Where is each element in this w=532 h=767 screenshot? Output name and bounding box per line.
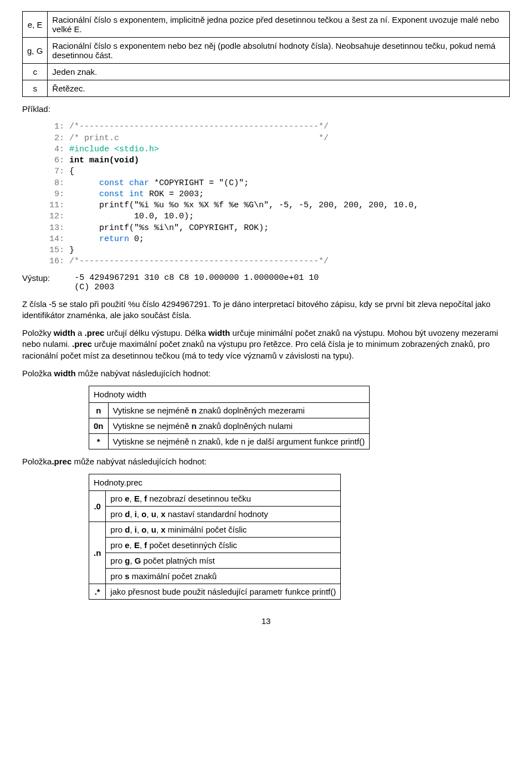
- text: pro: [110, 494, 125, 503]
- text-bold: u: [151, 525, 156, 534]
- table-row: e, E Racionální číslo s exponentem, impl…: [23, 12, 510, 38]
- code-block: 1: /*-----------------------------------…: [44, 121, 510, 267]
- text-bold: .*: [95, 587, 100, 596]
- output-block: Výstup: -5 4294967291 310 c8 C8 10.00000…: [22, 273, 510, 292]
- text-bold: width: [54, 369, 76, 378]
- table-row: s Řetězec.: [23, 80, 510, 97]
- spec-desc: Racionální číslo s exponentem, implicitn…: [48, 12, 510, 38]
- text-bold: d: [125, 509, 130, 519]
- code-keyword: const char: [64, 178, 149, 188]
- line-number: 2:: [44, 134, 64, 143]
- code-string: "%i %u %o %x %X %f %e %G\n": [134, 201, 269, 210]
- text: může nabývat následujících hodnot:: [76, 369, 211, 378]
- code-text: printf(: [64, 223, 134, 233]
- text: ,: [146, 525, 151, 534]
- table-row: pro d, i, o, u, x nastaví standardní hod…: [89, 507, 341, 522]
- text-bold: x: [161, 509, 165, 519]
- table-row: * Vytiskne se nejméně n znaků, kde n je …: [89, 434, 370, 449]
- code-text: printf(: [64, 201, 134, 210]
- text: určují délku výstupu. Délka: [104, 328, 208, 338]
- text-bold: .prec: [72, 339, 92, 349]
- table-row: c Jeden znak.: [23, 64, 510, 80]
- code-text: 10.0, 10.0);: [64, 212, 194, 221]
- format-specifier-table: e, E Racionální číslo s exponentem, impl…: [22, 11, 510, 97]
- table-row: pro s maximální počet znaků: [89, 569, 341, 584]
- code-string: "%s %i\n": [134, 223, 179, 233]
- table-row: pro e, E, f počet desetinných číslic: [89, 538, 341, 553]
- paragraph: Položka width může nabývat následujících…: [22, 368, 510, 379]
- spec-key: s: [23, 80, 48, 97]
- width-desc: Vytiskne se nejméně n znaků doplněných n…: [108, 418, 370, 434]
- code-text: main(: [84, 156, 114, 165]
- text: určuje maximální počet znaků na výstupu …: [22, 339, 490, 360]
- text: počet desetinných číslic: [147, 540, 237, 550]
- table-row: pro g, G počet platných míst: [89, 553, 341, 569]
- text-bold: g: [125, 556, 130, 565]
- example-heading: Příklad:: [22, 104, 510, 115]
- text-bold: .prec: [85, 328, 105, 338]
- spec-key: e, E: [23, 12, 48, 38]
- text: ,: [130, 494, 134, 503]
- table-row: 0n Vytiskne se nejméně n znaků doplněnýc…: [89, 418, 370, 434]
- text: pro: [110, 540, 125, 550]
- page-number: 13: [22, 616, 510, 626]
- text: a: [75, 328, 85, 338]
- code-text: 0;: [129, 234, 144, 244]
- code-text: *COPYRIGHT =: [149, 178, 219, 188]
- text-bold: width: [208, 328, 230, 338]
- text-bold: *: [97, 437, 100, 446]
- text: maximální počet znaků: [130, 571, 217, 581]
- text: počet platných míst: [141, 556, 214, 565]
- text-bold: d: [125, 525, 130, 534]
- text: ,: [130, 525, 134, 534]
- text: ,: [137, 509, 141, 519]
- text: ,: [130, 509, 134, 519]
- table-row: .* jako přesnost bude použit následující…: [89, 584, 341, 600]
- output-line: (C) 2003: [74, 283, 114, 292]
- text-bold: width: [54, 328, 75, 338]
- spec-desc: Racionální číslo s exponentem nebo bez n…: [48, 38, 510, 64]
- table-row: .0 pro e, E, f nezobrazí desetinnou tečk…: [89, 491, 341, 507]
- text: nastaví standardní hodnoty: [166, 509, 268, 519]
- code-keyword: int: [64, 156, 84, 165]
- code-keyword: return: [64, 234, 129, 244]
- text: může nabývat následujících hodnot:: [71, 457, 207, 466]
- text: ,: [130, 556, 134, 565]
- prec-key: .n: [89, 522, 106, 584]
- line-number: 7:: [44, 167, 64, 176]
- text-bold: s: [125, 571, 129, 581]
- text: Vytiskne se nejméně: [113, 421, 192, 431]
- prec-values-table: Hodnoty.prec .0 pro e, E, f nezobrazí de…: [89, 474, 341, 600]
- line-number: 15:: [44, 246, 64, 255]
- line-number: 13:: [44, 223, 64, 233]
- text: Položka: [22, 369, 54, 378]
- line-number: 8:: [44, 178, 64, 188]
- text-bold: n: [96, 406, 101, 415]
- line-number: 6:: [44, 156, 64, 165]
- text-bold: e: [125, 494, 129, 503]
- output-line: -5 4294967291 310 c8 C8 10.000000 1.0000…: [74, 273, 319, 283]
- prec-desc: pro e, E, f počet desetinných číslic: [106, 538, 341, 553]
- table-row: .n pro d, i, o, u, x minimální počet čís…: [89, 522, 341, 538]
- text: ,: [146, 509, 151, 519]
- text-bold: n: [192, 406, 197, 415]
- text-bold: E: [134, 540, 140, 550]
- width-values-table: Hodnoty width n Vytiskne se nejméně n zn…: [89, 386, 370, 449]
- text: znaků doplněných nulami: [197, 421, 293, 431]
- text: nezobrazí desetinnou tečku: [147, 494, 251, 503]
- width-key: 0n: [89, 418, 109, 434]
- text: pro: [110, 525, 125, 534]
- text-bold: x: [161, 525, 165, 534]
- line-number: 1:: [44, 122, 64, 131]
- prec-desc: pro e, E, f nezobrazí desetinnou tečku: [106, 491, 341, 507]
- code-preprocessor: #include <stdio.h>: [64, 145, 159, 154]
- width-key: n: [89, 403, 109, 418]
- code-text: ;: [244, 178, 249, 188]
- code-text: , COPYRIGHT, ROK);: [179, 223, 269, 233]
- code-text: ROK = 2003;: [144, 190, 204, 199]
- line-number: 14:: [44, 234, 64, 244]
- prec-key: .*: [89, 584, 106, 600]
- line-number: 9:: [44, 190, 64, 199]
- paragraph: Položka.prec může nabývat následujících …: [22, 456, 510, 467]
- width-desc: Vytiskne se nejméně n znaků, kde n je da…: [108, 434, 370, 449]
